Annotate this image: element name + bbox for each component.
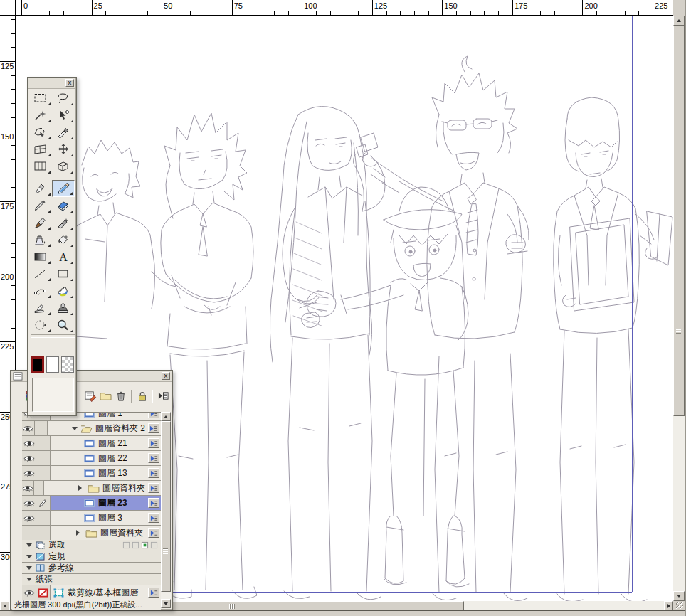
toolbox-panel[interactable]: x A [27, 77, 77, 416]
layer-row[interactable]: 圖層 21 [22, 436, 161, 451]
tool-lasso[interactable] [52, 90, 75, 107]
expand-arrow-icon[interactable] [78, 485, 85, 491]
tool-rotate[interactable] [29, 317, 52, 334]
tool-pattern-brush[interactable] [52, 214, 75, 231]
swatch-transparent[interactable] [61, 356, 74, 373]
vertical-scrollbar[interactable] [673, 16, 685, 601]
tool-text[interactable]: A [52, 248, 75, 265]
paper-layer-row[interactable]: 裁剪線/基本框圖層 [22, 585, 161, 600]
collapse-arrow-icon[interactable] [26, 555, 32, 561]
tool-move[interactable] [52, 141, 75, 158]
panel-menu-icon[interactable] [155, 388, 171, 404]
scroll-down-button[interactable] [673, 591, 685, 601]
edit-mark-cell[interactable] [36, 436, 51, 450]
new-folder-icon[interactable] [98, 388, 114, 404]
section-row-參考線[interactable]: 參考線 [22, 563, 161, 574]
scroll-left-button[interactable] [0, 601, 9, 610]
layer-row[interactable]: 圖層 23 [22, 496, 161, 511]
edit-mark-cell[interactable] [35, 421, 48, 435]
sel-gray-icon[interactable] [122, 541, 130, 549]
sel-gray-icon[interactable] [132, 541, 139, 549]
layers-scrollbar[interactable] [161, 412, 171, 608]
layer-menu-button[interactable] [148, 513, 159, 523]
eye-toggle[interactable] [22, 436, 36, 450]
sel-gray-icon[interactable] [150, 541, 158, 549]
scroll-thumb[interactable] [161, 421, 171, 592]
eye-toggle[interactable] [22, 451, 36, 465]
tool-zoom[interactable] [52, 317, 75, 334]
eye-toggle[interactable] [22, 511, 36, 525]
eye-toggle[interactable] [22, 496, 36, 510]
layer-row[interactable]: 圖層 3 [22, 511, 161, 526]
lock-layer-icon[interactable] [134, 388, 150, 404]
delete-layer-icon[interactable] [114, 388, 130, 404]
edit-mark-cell[interactable] [36, 511, 51, 525]
scroll-down-button[interactable] [161, 599, 171, 608]
collapse-arrow-icon[interactable] [26, 566, 32, 573]
tool-eraser[interactable] [52, 197, 75, 214]
layer-menu-button[interactable] [148, 483, 159, 493]
new-layer-icon[interactable] [83, 388, 99, 404]
eye-toggle[interactable] [22, 585, 36, 600]
scroll-up-button[interactable] [161, 412, 171, 421]
collapse-arrow-icon[interactable] [72, 427, 78, 433]
vertical-scroll-thumb[interactable] [673, 26, 685, 416]
tool-paint-bucket[interactable] [52, 231, 75, 248]
eye-toggle[interactable] [22, 466, 36, 480]
resize-grip-icon[interactable] [676, 602, 683, 609]
eye-toggle[interactable] [22, 481, 34, 495]
sel-green-icon[interactable] [141, 541, 149, 549]
layers-list[interactable]: 圖層 1圖層資料夾 2圖層 21圖層 22圖層 13圖層資料夾圖層 23圖層 3… [22, 412, 161, 541]
tool-marker[interactable] [29, 197, 52, 214]
collapse-arrow-icon[interactable] [26, 543, 32, 550]
swatch-foreground-black[interactable] [31, 356, 44, 373]
layer-menu-button[interactable] [148, 588, 159, 598]
section-row-選取[interactable]: 選取 [22, 540, 161, 551]
section-row-紙張[interactable]: 紙張 [22, 574, 161, 585]
tool-rectangle[interactable] [52, 265, 75, 282]
folder-row[interactable]: 圖層資料夾 [22, 481, 161, 496]
layer-menu-button[interactable] [148, 412, 159, 418]
tool-cutter[interactable] [52, 124, 75, 141]
tool-magic-wand[interactable] [29, 107, 52, 124]
tool-path[interactable] [29, 282, 52, 299]
tool-selection-pen[interactable] [29, 124, 52, 141]
edit-mark-cell[interactable] [36, 526, 51, 540]
layers-sections[interactable]: 選取定規參考線紙張 [22, 540, 161, 585]
folder-row[interactable]: 圖層資料夾 2 [22, 421, 161, 436]
scroll-up-button[interactable] [673, 16, 685, 26]
tool-line[interactable] [29, 265, 52, 282]
edit-mark-cell[interactable] [36, 496, 51, 510]
layer-menu-button[interactable] [148, 498, 159, 508]
tool-blend[interactable] [52, 282, 75, 299]
tool-perspective-box[interactable] [52, 158, 75, 175]
tool-rect-select[interactable] [29, 90, 52, 107]
collapse-arrow-icon[interactable] [26, 578, 32, 584]
tool-frame[interactable] [29, 141, 52, 158]
layer-menu-button[interactable] [148, 468, 159, 478]
ruler-horizontal[interactable]: 0255075100125150175200225 [16, 0, 673, 16]
tool-ruler-pen[interactable] [29, 299, 52, 317]
layer-menu-button[interactable] [148, 423, 159, 433]
eye-toggle[interactable] [22, 526, 36, 540]
tool-gradient[interactable] [29, 248, 52, 265]
expand-arrow-icon[interactable] [76, 530, 83, 536]
layer-menu-button[interactable] [148, 453, 159, 463]
tool-pencil[interactable] [52, 180, 75, 197]
edit-mark-cell[interactable] [36, 451, 51, 465]
scroll-right-button[interactable] [664, 601, 673, 610]
edit-mark-cell[interactable] [34, 481, 44, 495]
eye-toggle[interactable] [22, 421, 35, 435]
edit-mark-cell[interactable] [36, 466, 51, 480]
layer-menu-button[interactable] [148, 438, 159, 448]
hidden-flag-icon[interactable] [36, 585, 51, 600]
layer-row[interactable]: 圖層 13 [22, 466, 161, 481]
tool-panel-grid[interactable] [29, 158, 52, 175]
layer-row[interactable]: 圖層 22 [22, 451, 161, 466]
tool-ink-bottle[interactable] [29, 231, 52, 248]
tool-pen[interactable] [29, 180, 52, 197]
section-row-定規[interactable]: 定規 [22, 551, 161, 563]
toolbox-close-button[interactable]: x [65, 79, 74, 87]
folder-row[interactable]: 圖層資料夾 [22, 526, 161, 541]
tool-brush[interactable] [29, 214, 52, 231]
